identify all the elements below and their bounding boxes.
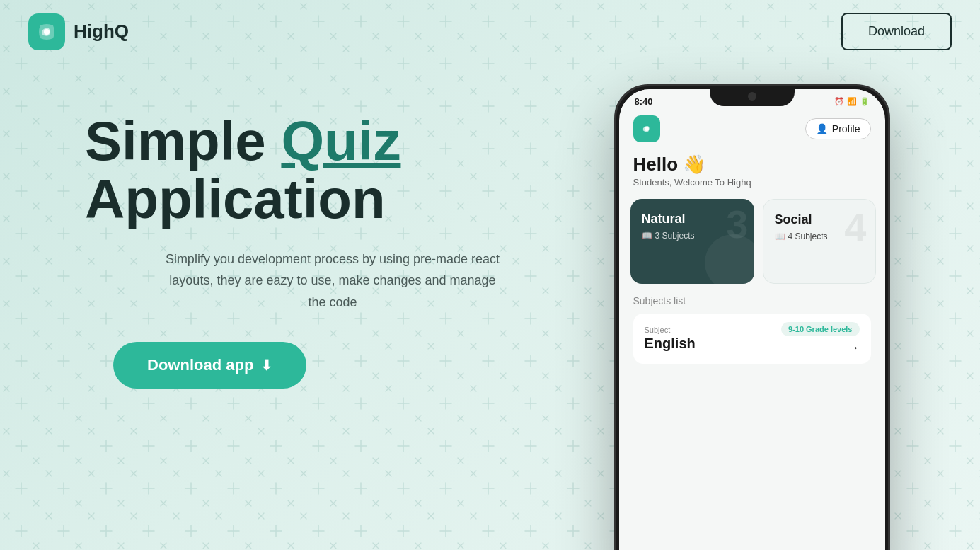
status-icons: ⏰ 📶 🔋 xyxy=(834,97,870,106)
phone-mockup: 8:40 ⏰ 📶 🔋 xyxy=(614,84,890,550)
download-app-button[interactable]: Download app ⬇ xyxy=(113,342,306,389)
phone-notch xyxy=(710,86,795,106)
svg-point-8 xyxy=(645,127,649,131)
profile-label: Profile xyxy=(832,123,860,134)
book-icon-2: 📖 xyxy=(775,231,785,241)
subject-grade: 9-10 Grade levels xyxy=(781,322,860,336)
card-natural-subjects: 📖 3 Subjects xyxy=(642,231,743,241)
app-header: 👤 Profile xyxy=(619,110,885,151)
subject-label: Subject xyxy=(645,326,696,334)
subject-info: Subject English xyxy=(645,326,696,352)
logo-text: HighQ xyxy=(74,21,129,42)
main-content: Simple Quiz Application Simplify you dev… xyxy=(0,63,980,550)
subject-name: English xyxy=(645,336,696,352)
book-icon: 📖 xyxy=(642,231,652,241)
headline-part2: Application xyxy=(85,168,386,230)
card-social-number: 4 xyxy=(844,208,866,248)
phone-section: 8:40 ⏰ 📶 🔋 xyxy=(580,84,923,550)
arrow-icon: → xyxy=(847,340,860,355)
natural-card[interactable]: 3 Natural 📖 3 Subjects xyxy=(630,199,754,284)
headline: Simple Quiz Application xyxy=(85,113,580,229)
card-natural-number: 3 xyxy=(726,205,748,244)
hero-subtext: Simplify you development process by usin… xyxy=(163,248,502,314)
phone-camera xyxy=(748,92,756,101)
headline-quiz: Quiz xyxy=(281,110,400,172)
alarm-icon: ⏰ xyxy=(834,97,844,106)
category-cards: 3 Natural 📖 3 Subjects 4 Social 📖 4 Subj… xyxy=(619,199,885,284)
navbar: HighQ Download xyxy=(0,0,980,63)
profile-button[interactable]: 👤 Profile xyxy=(805,118,871,139)
card-social-subjects: 📖 4 Subjects xyxy=(775,231,864,241)
app-greeting: Hello 👋 Students, Welcome To Highq xyxy=(619,151,885,199)
left-section: Simple Quiz Application Simplify you dev… xyxy=(85,84,580,389)
logo-icon xyxy=(28,13,65,50)
subjects-list-label: Subjects list xyxy=(633,295,871,306)
cta-label: Download app xyxy=(147,356,253,374)
app-logo-small xyxy=(633,115,660,142)
subject-meta: 9-10 Grade levels → xyxy=(781,322,860,355)
download-button[interactable]: Download xyxy=(841,13,952,50)
battery-icon: 🔋 xyxy=(860,97,870,106)
social-card[interactable]: 4 Social 📖 4 Subjects xyxy=(763,199,876,284)
greeting-text: Hello 👋 xyxy=(633,154,871,176)
profile-icon: 👤 xyxy=(816,123,828,134)
subject-item-english[interactable]: Subject English 9-10 Grade levels → xyxy=(633,314,871,364)
logo-area: HighQ xyxy=(28,13,129,50)
svg-point-7 xyxy=(44,29,50,35)
subjects-section: Subjects list Subject English 9-10 Grade… xyxy=(619,284,885,369)
greeting-subtitle: Students, Welcome To Highq xyxy=(633,177,871,188)
wifi-icon: 📶 xyxy=(847,97,857,106)
headline-part1: Simple xyxy=(85,110,281,172)
download-icon: ⬇ xyxy=(260,357,272,374)
phone-screen: 8:40 ⏰ 📶 🔋 xyxy=(619,89,885,550)
status-time: 8:40 xyxy=(635,96,653,107)
